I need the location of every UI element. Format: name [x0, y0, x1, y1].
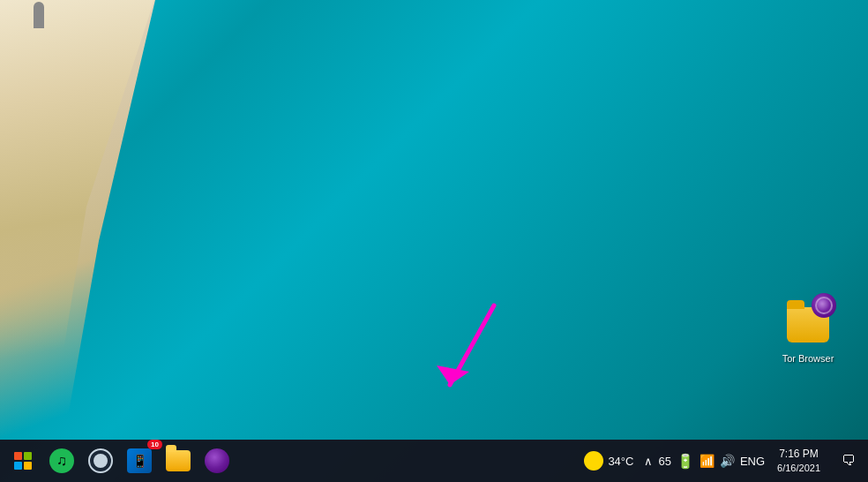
taskbar-steam[interactable]: [81, 441, 120, 480]
show-hidden-icons-button[interactable]: ∧: [644, 455, 653, 468]
language-indicator[interactable]: ENG: [740, 455, 765, 468]
tor-onion-icon: [812, 293, 836, 318]
person-silhouette: [34, 2, 44, 28]
notification-center-button[interactable]: 🗨: [833, 441, 864, 480]
tor-browser-desktop-icon[interactable]: Tor Browser: [773, 300, 843, 364]
phone-link-badge: 10: [147, 440, 162, 449]
clock-time: 7:16 PM: [777, 448, 820, 462]
cpu-load-display: 65: [658, 455, 670, 468]
clock[interactable]: 7:16 PM 6/16/2021: [770, 448, 827, 474]
tor-browser-icon-image: [787, 307, 829, 350]
wifi-icon: 📶: [700, 454, 715, 468]
tor-folder-icon: [787, 307, 829, 343]
steam-inner: [94, 454, 108, 468]
tor-taskbar-icon: [205, 448, 229, 473]
clock-date: 6/16/2021: [777, 462, 820, 474]
desktop: Tor Browser ♫ 📱 10: [0, 0, 868, 482]
windows-store-icon: [14, 452, 32, 470]
battery-icon: 🔋: [677, 453, 694, 470]
desktop-background: [0, 0, 868, 482]
taskbar-file-explorer[interactable]: [159, 441, 198, 480]
steam-icon: [88, 448, 113, 473]
temperature-display: 34°C: [608, 455, 633, 468]
notification-icon: 🗨: [842, 453, 856, 469]
folder-icon: [166, 450, 191, 471]
taskbar: ♫ 📱 10 34°C: [0, 440, 868, 482]
taskbar-phone-link[interactable]: 📱 10: [120, 441, 159, 480]
phone-link-icon: 📱: [127, 448, 152, 473]
sun-icon: [584, 451, 603, 471]
spotify-icon: ♫: [49, 448, 74, 473]
taskbar-tor-browser[interactable]: [198, 441, 236, 480]
volume-icon[interactable]: 🔊: [720, 454, 735, 468]
system-tray: 34°C ∧ 65 🔋 📶 🔊 ENG 7:16 PM 6/16/2021: [579, 441, 864, 480]
taskbar-windows-store[interactable]: [4, 441, 42, 480]
weather-widget[interactable]: 34°C: [579, 451, 639, 471]
tor-browser-label: Tor Browser: [773, 353, 843, 364]
taskbar-spotify[interactable]: ♫: [42, 441, 81, 480]
